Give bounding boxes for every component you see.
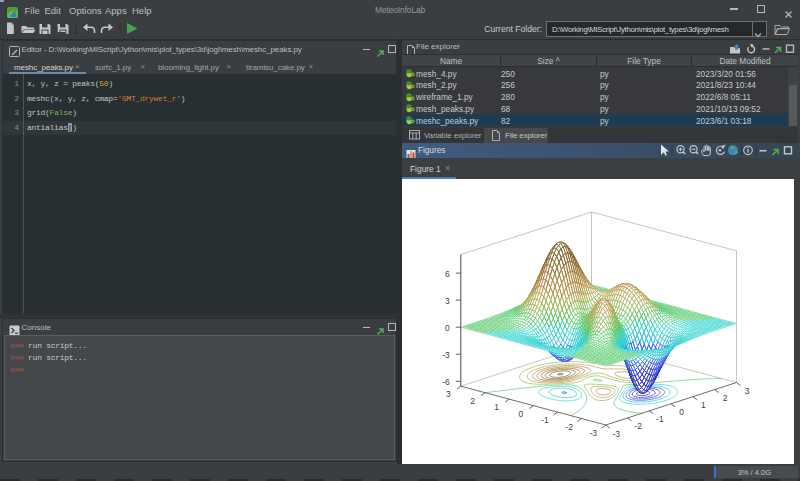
svg-text:1: 1	[494, 402, 499, 412]
svg-text:3: 3	[446, 389, 451, 399]
svg-text:6: 6	[445, 269, 450, 279]
svg-text:1: 1	[701, 400, 706, 410]
svg-text:-3: -3	[613, 429, 621, 439]
svg-text:0: 0	[518, 409, 523, 419]
svg-text:-6: -6	[442, 377, 450, 387]
svg-text:2: 2	[723, 393, 728, 403]
svg-text:-3: -3	[590, 428, 598, 438]
svg-text:3: 3	[445, 296, 450, 306]
svg-text:-3: -3	[442, 350, 450, 360]
svg-text:-2: -2	[634, 421, 642, 431]
svg-text:-2: -2	[565, 422, 573, 432]
svg-text:2: 2	[470, 396, 475, 406]
svg-text:-1: -1	[656, 414, 664, 424]
svg-text:3: 3	[745, 386, 750, 396]
svg-text:0: 0	[445, 323, 450, 333]
svg-text:0: 0	[679, 407, 684, 417]
svg-text:-1: -1	[541, 415, 549, 425]
